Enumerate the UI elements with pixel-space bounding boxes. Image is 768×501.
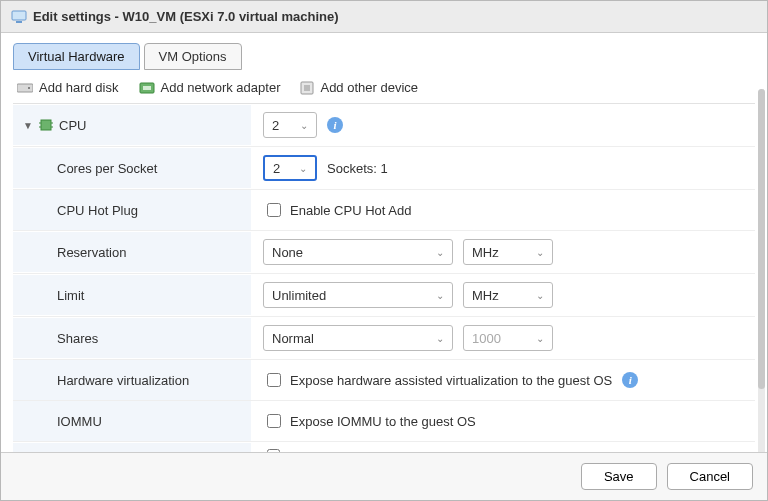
cores-per-socket-select[interactable]: 2⌄ [263,155,317,181]
row-cpu: ▼ CPU 2⌄ i [13,104,755,147]
hard-disk-icon [17,82,33,94]
svg-rect-5 [143,86,151,90]
cpu-count-select[interactable]: 2⌄ [263,112,317,138]
row-limit: Limit Unlimited⌄ MHz⌄ [13,274,755,317]
svg-rect-7 [304,85,310,91]
reservation-value-select[interactable]: None⌄ [263,239,453,265]
svg-rect-2 [17,84,33,92]
checkbox-input[interactable] [267,373,281,387]
chevron-down-icon: ⌄ [436,247,444,258]
svg-rect-8 [41,120,51,130]
row-reservation: Reservation None⌄ MHz⌄ [13,231,755,274]
shares-level-select[interactable]: Normal⌄ [263,325,453,351]
performance-counters-label: Performance counters [57,449,185,452]
performance-counters-checkbox[interactable] [267,449,280,452]
dialog-footer: Save Cancel [1,452,767,500]
row-iommu: IOMMU Expose IOMMU to the guest OS [13,401,755,442]
iommu-label: IOMMU [57,414,102,429]
cpu-label: CPU [59,118,86,133]
edit-settings-dialog: Edit settings - W10_VM (ESXi 7.0 virtual… [0,0,768,501]
checkbox-input[interactable] [267,203,281,217]
cancel-button[interactable]: Cancel [667,463,753,490]
expose-iommu-checkbox[interactable]: Expose IOMMU to the guest OS [263,411,476,431]
svg-rect-1 [16,21,22,23]
tab-vm-options[interactable]: VM Options [144,43,242,70]
sockets-text: Sockets: 1 [327,161,388,176]
limit-label: Limit [57,288,84,303]
shares-value-select[interactable]: 1000⌄ [463,325,553,351]
collapse-caret-icon[interactable]: ▼ [23,120,33,131]
shares-label: Shares [57,331,98,346]
add-other-device-button[interactable]: Add other device [300,80,418,95]
add-network-adapter-button[interactable]: Add network adapter [139,80,281,95]
row-hardware-virtualization: Hardware virtualization Expose hardware … [13,360,755,401]
title-bar: Edit settings - W10_VM (ESXi 7.0 virtual… [1,1,767,33]
cores-per-socket-label: Cores per Socket [57,161,157,176]
row-cores-per-socket: Cores per Socket 2⌄ Sockets: 1 [13,147,755,190]
chevron-down-icon: ⌄ [536,333,544,344]
monitor-icon [11,10,27,24]
cpu-label-cell: ▼ CPU [13,105,251,145]
checkbox-input[interactable] [267,414,281,428]
cpu-chip-icon [39,118,53,132]
row-performance-counters: Performance counters [13,442,755,452]
toolbar-label: Add other device [320,80,418,95]
limit-value-select[interactable]: Unlimited⌄ [263,282,453,308]
device-icon [300,81,314,95]
svg-rect-0 [12,11,26,20]
scrollbar-thumb[interactable] [758,89,765,389]
content-area: Virtual Hardware VM Options Add hard dis… [1,33,767,452]
row-shares: Shares Normal⌄ 1000⌄ [13,317,755,360]
save-button[interactable]: Save [581,463,657,490]
reservation-unit-select[interactable]: MHz⌄ [463,239,553,265]
tab-virtual-hardware[interactable]: Virtual Hardware [13,43,140,70]
reservation-label: Reservation [57,245,126,260]
chevron-down-icon: ⌄ [300,120,308,131]
limit-unit-select[interactable]: MHz⌄ [463,282,553,308]
settings-table: ▼ CPU 2⌄ i Cores per Socket 2⌄ S [13,104,755,452]
cpu-hot-plug-label: CPU Hot Plug [57,203,138,218]
chevron-down-icon: ⌄ [536,290,544,301]
scrollbar-track[interactable] [758,89,765,452]
toolbar-label: Add network adapter [161,80,281,95]
toolbar: Add hard disk Add network adapter Add ot… [13,70,755,104]
enable-cpu-hot-add-checkbox[interactable]: Enable CPU Hot Add [263,200,411,220]
chevron-down-icon: ⌄ [436,290,444,301]
hardware-virtualization-label: Hardware virtualization [57,373,189,388]
svg-point-3 [28,87,30,89]
expose-hw-virt-checkbox[interactable]: Expose hardware assisted virtualization … [263,370,612,390]
info-icon[interactable]: i [327,117,343,133]
chevron-down-icon: ⌄ [436,333,444,344]
tab-strip: Virtual Hardware VM Options [13,43,755,70]
info-icon[interactable]: i [622,372,638,388]
network-adapter-icon [139,82,155,94]
chevron-down-icon: ⌄ [536,247,544,258]
add-hard-disk-button[interactable]: Add hard disk [17,80,119,95]
toolbar-label: Add hard disk [39,80,119,95]
row-cpu-hot-plug: CPU Hot Plug Enable CPU Hot Add [13,190,755,231]
cpu-value-cell: 2⌄ i [251,104,755,146]
dialog-title: Edit settings - W10_VM (ESXi 7.0 virtual… [33,9,339,24]
chevron-down-icon: ⌄ [299,163,307,174]
